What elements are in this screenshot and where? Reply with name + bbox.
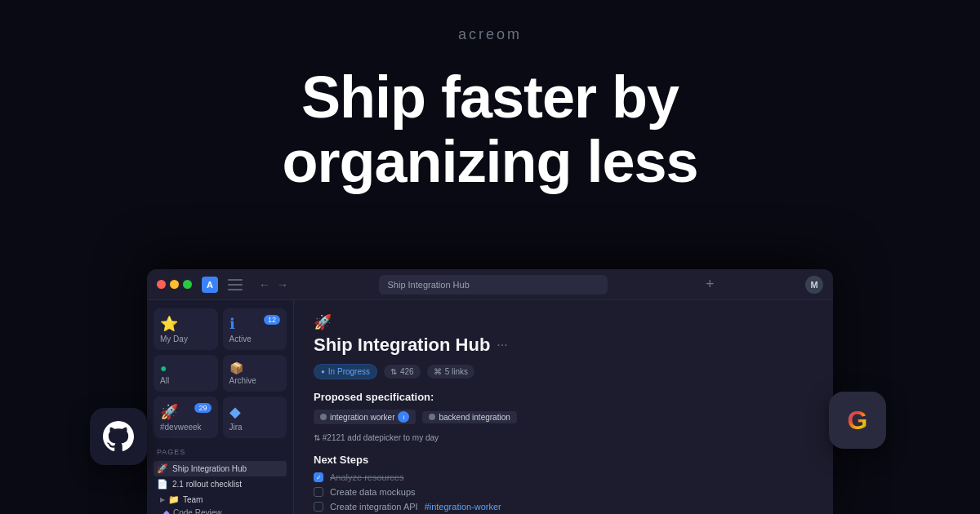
nav-back-button[interactable]: ← (259, 278, 270, 291)
ship-integration-page-label: Ship Integration Hub (172, 464, 247, 473)
hero-section: Ship faster by organizing less (204, 65, 776, 194)
devweeek-label: #devweeek (160, 423, 212, 432)
new-tab-button[interactable]: + (706, 276, 715, 293)
task-analyze-resources: ✓ Analyze resources (314, 472, 813, 482)
rollout-page-icon: 📄 (157, 479, 168, 490)
code-review-label: Code Review (173, 508, 221, 514)
task-link-integration-worker[interactable]: #integration-worker (425, 502, 501, 512)
sidebar-tree-code-review[interactable]: ◆ Code Review (154, 507, 287, 514)
brand-name: acreom (458, 26, 522, 43)
ship-integration-page-icon: 🚀 (157, 463, 168, 474)
user-avatar[interactable]: M (805, 276, 823, 294)
task-checkbox-1[interactable]: ✓ (314, 472, 323, 482)
workspace-avatar[interactable]: A (202, 277, 218, 293)
my-day-icon: ⭐ (160, 315, 212, 333)
main-layout: ⭐ My Day 12 ℹ Active ● All 📦 Archive (147, 300, 833, 514)
close-button[interactable] (157, 280, 166, 289)
spec-tag-label-2: backend integration (439, 413, 510, 422)
sidebar-item-devweeek[interactable]: 29 🚀 #devweeek (154, 397, 218, 438)
archive-label: Archive (229, 376, 281, 385)
links-icon: ⌘ (434, 367, 442, 376)
spec-tag-integration-worker[interactable]: integration worker i (314, 410, 416, 424)
spec-tag-label-1: integration worker (330, 413, 394, 422)
status-dot-icon: ● (321, 368, 325, 375)
traffic-lights (157, 280, 192, 289)
team-folder-label: Team (183, 495, 203, 504)
proposed-spec-title: Proposed specification: (314, 391, 813, 403)
google-g-logo: G (848, 405, 868, 436)
tag-dot-icon (320, 414, 327, 420)
issue-ref: #2121 add datepicker to my day (323, 433, 439, 442)
count-badge[interactable]: ⇅ 426 (384, 365, 421, 379)
sidebar-quick-access: ⭐ My Day 12 ℹ Active ● All 📦 Archive (154, 308, 287, 438)
devweeek-badge: 29 (194, 403, 211, 413)
next-steps-title: Next Steps (314, 454, 813, 466)
links-value: 5 links (445, 367, 468, 376)
task-label-3: Create integration API (330, 502, 418, 512)
count-icon: ⇅ (390, 367, 397, 376)
sidebar-item-jira[interactable]: ◆ Jira (223, 397, 287, 438)
rollout-page-label: 2.1 rollout checklist (172, 480, 242, 489)
folder-collapse-icon: ▶ (160, 496, 165, 503)
active-label: Active (229, 335, 281, 343)
all-icon: ● (160, 361, 212, 374)
status-label: In Progress (328, 367, 370, 376)
page-meta-row: ● In Progress ⇅ 426 ⌘ 5 links (314, 364, 813, 379)
task-label-1: Analyze resources (330, 472, 404, 482)
google-app-icon: G (829, 392, 886, 449)
all-label: All (160, 376, 212, 385)
sidebar-toggle-icon[interactable] (228, 279, 243, 290)
nav-forward-button[interactable]: → (277, 278, 288, 291)
sidebar-item-my-day[interactable]: ⭐ My Day (154, 308, 218, 350)
jira-icon: ◆ (229, 403, 281, 421)
sidebar-item-all[interactable]: ● All (154, 355, 218, 392)
page-title-row: Ship Integration Hub ··· (314, 335, 813, 356)
title-bar: A ← → Ship Integration Hub + M (147, 269, 833, 300)
spec-tags-row: integration worker i backend integration (314, 410, 813, 424)
page-content: 🚀 Ship Integration Hub ··· ● In Progress… (294, 300, 833, 514)
task-label-2: Create data mockups (330, 487, 416, 497)
links-badge[interactable]: ⌘ 5 links (427, 365, 474, 379)
task-create-mockups: Create data mockups (314, 487, 813, 497)
app-window: A ← → Ship Integration Hub + M ⭐ My Day (147, 269, 833, 514)
archive-icon: 📦 (229, 361, 281, 374)
address-bar[interactable]: Ship Integration Hub (379, 275, 608, 295)
my-day-label: My Day (160, 335, 212, 343)
sidebar-item-active[interactable]: 12 ℹ Active (223, 308, 287, 350)
sidebar-page-ship-integration[interactable]: 🚀 Ship Integration Hub (154, 461, 287, 476)
task-create-api: Create integration API #integration-work… (314, 502, 813, 512)
spec-tag-backend-integration[interactable]: backend integration (422, 411, 516, 423)
page-options-icon[interactable]: ··· (497, 338, 507, 352)
sidebar-page-rollout[interactable]: 📄 2.1 rollout checklist (154, 476, 287, 492)
nav-buttons: ← → (259, 278, 288, 291)
hero-heading: Ship faster by organizing less (204, 65, 776, 194)
count-value: 426 (400, 367, 414, 376)
page-title: Ship Integration Hub (314, 335, 490, 356)
sidebar-item-archive[interactable]: 📦 Archive (223, 355, 287, 392)
spec-tag-badge: i (398, 411, 409, 423)
code-review-icon: ◆ (163, 508, 170, 514)
page-emoji: 🚀 (314, 313, 813, 331)
sidebar-folder-team[interactable]: ▶ 📁 Team (154, 492, 287, 507)
maximize-button[interactable] (183, 280, 192, 289)
task-checkbox-3[interactable] (314, 502, 323, 512)
sidebar: ⭐ My Day 12 ℹ Active ● All 📦 Archive (147, 300, 294, 514)
github-icon (90, 408, 147, 465)
task-checkbox-2[interactable] (314, 487, 323, 497)
pages-section-label: Pages (154, 448, 287, 456)
jira-label: Jira (229, 423, 281, 432)
issue-icon: ⇅ (314, 433, 320, 442)
status-badge[interactable]: ● In Progress (314, 364, 377, 379)
active-badge: 12 (264, 315, 280, 325)
minimize-button[interactable] (170, 280, 179, 289)
tag-dot-icon-2 (429, 414, 435, 420)
folder-icon: 📁 (168, 494, 180, 505)
